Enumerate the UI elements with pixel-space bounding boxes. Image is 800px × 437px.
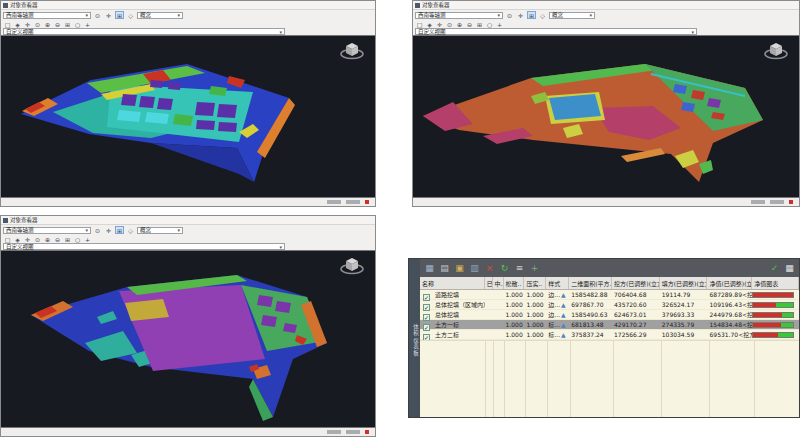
insert-summary-icon[interactable]: + — [529, 263, 540, 274]
net-adjusted: 154834.48<挖方> — [708, 320, 753, 329]
column-separator — [547, 341, 548, 417]
style-cell: 边...▲ — [546, 310, 569, 319]
viewport-canvas[interactable] — [1, 35, 375, 198]
table-row[interactable]: ✓土方一标1.0001.000标...▲681813.48429170.2727… — [420, 320, 799, 330]
terrain-surface-cutfill — [413, 36, 797, 198]
visual-style-dropdown[interactable]: 概念▾ — [137, 227, 183, 234]
view-cube[interactable] — [339, 254, 365, 278]
add-view-icon[interactable]: + — [83, 235, 92, 243]
zoom-previous-icon[interactable]: ○ — [485, 20, 494, 28]
zoom-in-icon[interactable]: ⊕ — [455, 20, 464, 28]
column-separator — [485, 341, 486, 417]
table-row[interactable]: ✓土方二标1.0001.000标...▲375837.24172566.2910… — [420, 330, 799, 340]
cut-factor: 1.000 — [504, 301, 525, 308]
window-title: 对象查看器 — [422, 1, 450, 9]
orbit-icon[interactable]: ⊙ — [93, 11, 102, 19]
zoom-in-icon[interactable]: ⊕ — [43, 20, 52, 28]
viewport-canvas[interactable] — [1, 250, 375, 428]
column-header[interactable]: 挖方(已调整)(立方... — [612, 277, 660, 289]
zoom-window-icon[interactable]: ◇ — [126, 11, 135, 19]
viewer-toolbar: 西南等轴测▾ ⊙ ✛ ⊞ ◇ 概念▾ — [1, 225, 375, 235]
status-segment — [346, 200, 360, 204]
volume-report-icon[interactable]: ≡ — [514, 263, 525, 274]
style-cell: 标...▲ — [546, 320, 569, 329]
orbit-icon[interactable]: ⊙ — [93, 226, 102, 234]
table-row[interactable]: ✓总体挖填1.0001.000边...▲1585490.63624673.013… — [420, 310, 799, 320]
zoom-window-icon[interactable]: ◇ — [126, 226, 135, 234]
named-view-dropdown[interactable]: 自定义视图▾ — [3, 28, 285, 35]
add-view-icon[interactable]: + — [83, 20, 92, 28]
add-volume-surface-icon[interactable]: ▤ — [439, 263, 450, 274]
cut-adjusted: 172566.29 — [612, 331, 660, 338]
dashboard-toolbar: ▦▤▣▥×↻≡+ ✓▦ — [420, 259, 799, 277]
open-criteria-icon[interactable]: ▣ — [454, 263, 465, 274]
column-header[interactable]: 净值(已调整)(立方... — [707, 277, 752, 289]
zoom-extents-icon[interactable]: ⊞ — [527, 11, 536, 19]
column-header[interactable]: 样式 — [546, 277, 569, 289]
window-titlebar[interactable]: 对象查看器 — [413, 1, 799, 10]
table-empty-area — [420, 340, 799, 417]
2d-area: 697867.70 — [569, 301, 612, 308]
net-adjusted: 109196.43<挖方> — [708, 300, 753, 309]
bounded-volume-icon[interactable]: ▥ — [469, 263, 480, 274]
visual-style-dropdown[interactable]: 概念▾ — [549, 12, 595, 19]
zoom-extents-icon[interactable]: ⊞ — [115, 11, 124, 19]
zoom-in-icon[interactable]: ⊕ — [43, 235, 52, 243]
zoom-realtime-icon[interactable]: ⊙ — [33, 20, 42, 28]
recompute-icon[interactable]: ↻ — [499, 263, 510, 274]
surface-name: 道路挖填 — [433, 290, 485, 299]
named-view-dropdown[interactable]: 自定义视图▾ — [415, 28, 697, 35]
chevron-down-icon: ▾ — [279, 244, 282, 250]
column-header[interactable]: 填方(已调整)(立方... — [660, 277, 708, 289]
view-cube[interactable] — [763, 39, 789, 63]
zoom-window-icon[interactable]: ⊞ — [63, 235, 72, 243]
zoom-out-icon[interactable]: ⊖ — [53, 235, 62, 243]
create-surface-icon[interactable]: ▦ — [424, 263, 435, 274]
pan-icon[interactable]: ✛ — [516, 11, 525, 19]
column-header[interactable]: 已 — [485, 277, 493, 289]
view-cube[interactable] — [339, 39, 365, 63]
column-header[interactable]: 净值图表 — [752, 277, 799, 289]
table-row[interactable]: ✓道路挖填1.0001.000边...▲1585482.88706404.681… — [420, 290, 799, 300]
viewport-canvas[interactable] — [413, 35, 799, 198]
table-row[interactable]: ✓总体挖填（区域内）1.0001.000边...▲697867.70435720… — [420, 300, 799, 310]
view-direction-dropdown[interactable]: 西南等轴测▾ — [415, 12, 503, 19]
zoom-previous-icon[interactable]: ○ — [73, 235, 82, 243]
zoom-out-icon[interactable]: ⊖ — [465, 20, 474, 28]
panel-grid-icon[interactable]: ▦ — [784, 263, 795, 274]
column-header[interactable]: 压实.. — [524, 277, 546, 289]
zoom-window-icon[interactable]: ◇ — [538, 11, 547, 19]
zoom-realtime-icon[interactable]: ⊙ — [445, 20, 454, 28]
zoom-window-icon[interactable]: ⊞ — [63, 20, 72, 28]
chevron-down-icon: ▾ — [177, 227, 180, 233]
view-direction-dropdown[interactable]: 西南等轴测▾ — [3, 227, 91, 234]
zoom-previous-icon[interactable]: ○ — [73, 20, 82, 28]
orbit-icon[interactable]: ⊙ — [505, 11, 514, 19]
pan-icon[interactable]: ✛ — [104, 226, 113, 234]
column-header[interactable]: 松散.. — [504, 277, 525, 289]
panorama-side-tab[interactable]: 体积仪表板 — [409, 259, 420, 417]
visual-style-dropdown[interactable]: 概念▾ — [137, 12, 183, 19]
column-header[interactable]: 二维面积(平方... — [569, 277, 612, 289]
status-segment — [346, 430, 360, 434]
zoom-window-icon[interactable]: ⊞ — [475, 20, 484, 28]
window-titlebar[interactable]: 对象查看器 — [1, 216, 375, 225]
record-indicator-icon — [365, 200, 369, 204]
surface-name: 土方二标 — [433, 330, 485, 339]
pan-icon[interactable]: ✛ — [104, 11, 113, 19]
zoom-out-icon[interactable]: ⊖ — [53, 20, 62, 28]
net-graph-bar — [752, 292, 794, 298]
apply-icon[interactable]: ✓ — [769, 263, 780, 274]
view-direction-dropdown[interactable]: 西南等轴测▾ — [3, 12, 91, 19]
chevron-down-icon: ▾ — [589, 12, 592, 18]
window-titlebar[interactable]: 对象查看器 — [1, 1, 375, 10]
terrain-surface-elevation — [1, 36, 373, 198]
net-graph-bar — [752, 302, 794, 308]
zoom-extents-icon[interactable]: ⊞ — [115, 226, 124, 234]
column-header[interactable]: 中.. — [493, 277, 504, 289]
delete-entry-icon[interactable]: × — [484, 263, 495, 274]
add-view-icon[interactable]: + — [495, 20, 504, 28]
zoom-realtime-icon[interactable]: ⊙ — [33, 235, 42, 243]
terrain-surface-design — [1, 251, 373, 428]
named-view-dropdown[interactable]: 自定义视图▾ — [3, 243, 285, 250]
